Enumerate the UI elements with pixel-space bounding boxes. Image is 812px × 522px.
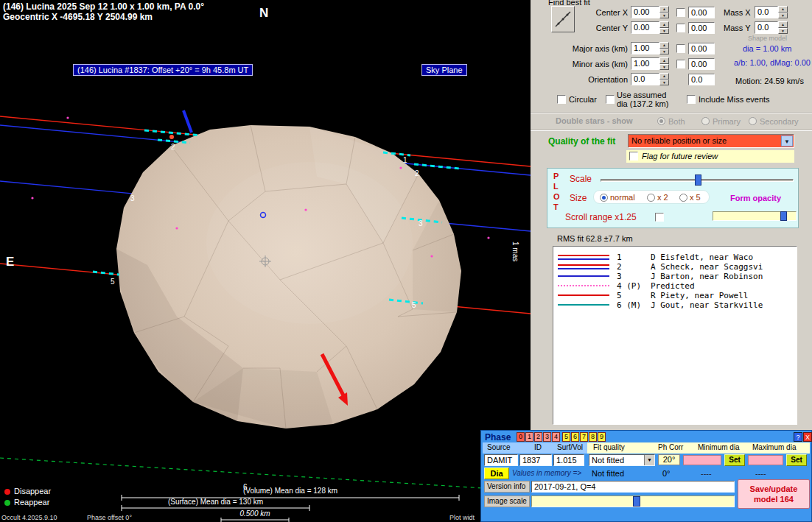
orientation-spinner[interactable]: 0.0▲▼ [631, 73, 669, 85]
list-item[interactable]: 2 A Scheck, near Scaggsvi [555, 262, 795, 272]
spin-buttons[interactable]: ▲▼ [659, 42, 669, 54]
center-x-error-box[interactable]: 0.00 [688, 7, 715, 18]
phase-button-8[interactable]: 8 [589, 432, 597, 442]
dia-button[interactable]: Dia [484, 468, 509, 479]
phase-button-3[interactable]: 3 [543, 432, 551, 442]
center-y-value[interactable]: 0.00 [631, 21, 659, 34]
event-offset-box[interactable]: (146) Lucina #1837: Offset +20° = 9h 45.… [73, 64, 253, 76]
reappear-dot-icon [4, 500, 10, 506]
secondary-radio[interactable] [749, 117, 757, 125]
flag-strip: Flag for future review [626, 150, 794, 163]
chord-observer: R Piety, near Powell [651, 291, 748, 300]
set-max-button[interactable]: Set [786, 454, 807, 466]
primary-radio[interactable] [701, 117, 710, 125]
scroll-slider-thumb[interactable] [780, 211, 787, 221]
mass-x-value[interactable]: 0.0 [755, 6, 778, 18]
chord-color-line [558, 304, 609, 306]
list-item[interactable]: 6 (M) J Gout, near Starkville [555, 300, 795, 310]
center-y-error-box[interactable]: 0.00 [688, 22, 715, 34]
size-x5-radio[interactable] [679, 194, 687, 202]
maximum-dia-memory: ---- [755, 469, 766, 478]
mass-x-spinner[interactable]: 0.0▲▼ [755, 6, 788, 18]
ph-corr-value[interactable]: 20° [658, 454, 680, 465]
list-item[interactable]: 3 J Barton, near Robinson [555, 272, 795, 281]
status-app-version: Occult 4.2025.9.10 [1, 514, 57, 521]
maximum-dia-box[interactable] [748, 455, 783, 465]
source-value[interactable]: DAMIT [484, 454, 518, 466]
center-x-error-checkbox[interactable] [676, 8, 685, 17]
fit-ellipse-button[interactable] [551, 6, 575, 32]
help-button[interactable]: ? [794, 432, 802, 442]
sky-plane-box[interactable]: Sky Plane [421, 64, 467, 76]
sky-plane-view[interactable]: 2 1 2 3 3 5 5 6 (146) Lucina 2025 Sep 12… [0, 0, 531, 522]
major-error-checkbox[interactable] [676, 44, 685, 53]
phase-button-9[interactable]: 9 [598, 432, 606, 442]
chevron-down-icon[interactable]: ▼ [644, 455, 654, 465]
minor-axis-value[interactable]: 1.00 [631, 57, 659, 70]
fit-quality-dropdown[interactable]: Not fitted ▼ [589, 454, 655, 466]
chord-observer: D Eisfeldt, near Waco [651, 253, 753, 262]
list-item[interactable]: 5 R Piety, near Powell [555, 291, 795, 300]
circular-checkbox[interactable] [557, 95, 566, 104]
minor-error-checkbox[interactable] [676, 60, 685, 68]
phase-button-7[interactable]: 7 [580, 432, 588, 442]
surfvol-value[interactable]: 1.015 [553, 454, 584, 466]
set-min-button[interactable]: Set [724, 454, 745, 466]
scroll-range-checkbox[interactable] [655, 213, 664, 222]
phase-button-5[interactable]: 5 [562, 432, 570, 442]
chevron-down-icon[interactable]: ▼ [781, 135, 793, 147]
center-x-spinner[interactable]: 0.00▲▼ [631, 6, 669, 18]
status-plot-width: Plot widt [449, 514, 475, 521]
image-scale-slider-thumb[interactable] [633, 496, 640, 507]
size-x2-radio[interactable] [647, 194, 655, 202]
phase-button-2[interactable]: 2 [534, 432, 542, 442]
phase-button-6[interactable]: 6 [571, 432, 579, 442]
orientation-error-box[interactable]: 0.0 [688, 74, 715, 85]
list-item[interactable]: 1 D Eisfeldt, near Waco [555, 253, 795, 262]
fit-quality-memory: Not fitted [592, 469, 624, 478]
major-error-box[interactable]: 0.00 [688, 43, 715, 54]
spin-buttons[interactable]: ▲▼ [659, 57, 669, 70]
quality-dropdown[interactable]: No reliable position or size ▼ [628, 134, 794, 148]
minor-axis-spinner[interactable]: 1.00▲▼ [631, 57, 669, 70]
center-y-spinner[interactable]: 0.00▲▼ [631, 21, 669, 34]
chord-list[interactable]: 1 D Eisfeldt, near Waco 2 A Scheck, near… [553, 246, 797, 425]
save-update-model-button[interactable]: Save/updatemodel 164 [738, 479, 810, 509]
phase-button-0[interactable]: 0 [517, 432, 525, 442]
id-value[interactable]: 1837 [519, 454, 552, 466]
list-item[interactable]: 4 (P) Predicted [555, 281, 795, 291]
spin-buttons[interactable]: ▲▼ [659, 21, 669, 34]
center-y-error-checkbox[interactable] [676, 24, 685, 32]
minor-error-box[interactable]: 0.00 [688, 58, 715, 70]
chord-number: 1 [617, 253, 622, 262]
event-dot [169, 135, 174, 139]
phase-button-4[interactable]: 4 [552, 432, 560, 442]
asteroid-shape-model[interactable] [116, 125, 461, 428]
orientation-value[interactable]: 0.0 [631, 73, 659, 85]
minimum-dia-box[interactable] [683, 455, 721, 465]
size-normal-radio[interactable] [600, 194, 608, 202]
both-radio[interactable] [657, 117, 665, 125]
mass-y-spinner[interactable]: 0.0▲▼ [755, 21, 788, 34]
flag-review-label: Flag for future review [642, 152, 718, 161]
close-button[interactable]: X [803, 432, 812, 442]
disappear-label: Disappear [14, 487, 51, 495]
include-miss-checkbox[interactable] [687, 95, 696, 104]
flag-review-checkbox[interactable] [629, 152, 638, 161]
chord-color-line [558, 268, 609, 269]
major-axis-value[interactable]: 1.00 [631, 42, 659, 54]
spin-buttons[interactable]: ▲▼ [778, 6, 788, 18]
center-y-label: Center Y [589, 24, 628, 32]
scale-slider-thumb[interactable] [695, 174, 701, 186]
spin-buttons[interactable]: ▲▼ [659, 6, 669, 18]
mass-y-value[interactable]: 0.0 [755, 21, 778, 34]
status-phase-offset: Phase offset 0° [87, 514, 132, 521]
spin-buttons[interactable]: ▲▼ [659, 73, 669, 85]
use-assumed-checkbox[interactable] [606, 95, 615, 104]
phase-button-1[interactable]: 1 [525, 432, 533, 442]
quality-label: Quality of the fit [548, 136, 615, 147]
center-x-value[interactable]: 0.00 [631, 6, 659, 18]
image-scale-label: Image scale [484, 495, 530, 507]
spin-buttons[interactable]: ▲▼ [778, 21, 788, 34]
major-axis-spinner[interactable]: 1.00▲▼ [631, 42, 669, 54]
